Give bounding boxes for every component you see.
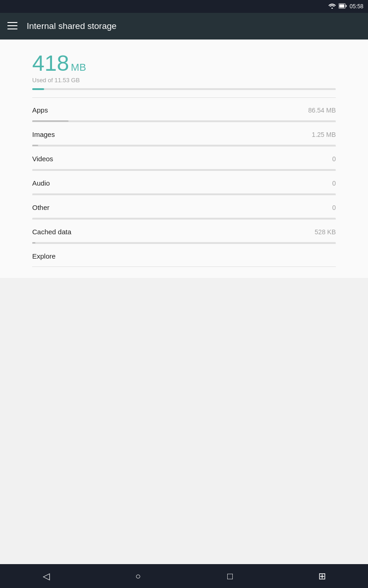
storage-item-row: Cached data528 KB <box>32 228 336 242</box>
svg-rect-4 <box>7 22 17 23</box>
storage-item-value: 0 <box>332 204 336 211</box>
battery-icon <box>339 3 347 10</box>
home-button[interactable]: ○ <box>124 567 152 585</box>
back-button[interactable]: ◁ <box>32 567 60 585</box>
recents-button[interactable]: □ <box>216 567 244 585</box>
storage-item[interactable]: Explore <box>32 244 336 266</box>
storage-number: 418 <box>32 51 69 76</box>
storage-item[interactable]: Cached data528 KB <box>32 220 336 243</box>
svg-point-0 <box>331 7 333 9</box>
storage-item-value: 0 <box>332 180 336 187</box>
storage-item-row: Images1.25 MB <box>32 130 336 145</box>
svg-rect-6 <box>7 28 17 29</box>
storage-item-row: Audio0 <box>32 179 336 193</box>
storage-item-label: Images <box>32 130 55 138</box>
storage-item[interactable]: Videos0 <box>32 147 336 170</box>
nav-bar: ◁ ○ □ ⊞ <box>0 564 368 588</box>
storage-item-label: Cached data <box>32 228 71 236</box>
storage-item[interactable]: Images1.25 MB <box>32 122 336 146</box>
storage-header: 418 MB Used of 11.53 GB <box>32 51 336 90</box>
storage-progress-bar <box>32 88 336 90</box>
svg-rect-5 <box>7 25 17 26</box>
storage-item-row: Videos0 <box>32 155 336 169</box>
hamburger-icon[interactable] <box>7 21 17 32</box>
storage-item-value: 528 KB <box>315 228 336 236</box>
storage-item-label: Audio <box>32 179 50 187</box>
storage-item-value: 0 <box>332 155 336 163</box>
storage-amount: 418 MB <box>32 51 336 76</box>
storage-item-value: 86.54 MB <box>308 107 336 114</box>
storage-item-label: Other <box>32 204 50 211</box>
storage-item-row: Explore <box>32 252 336 266</box>
storage-item-value: 1.25 MB <box>312 131 336 138</box>
storage-unit: MB <box>71 62 86 74</box>
storage-item-label: Explore <box>32 252 56 260</box>
storage-item-row: Other0 <box>32 204 336 218</box>
status-bar-icons: 05:58 <box>328 3 363 10</box>
status-bar: 05:58 <box>0 0 368 13</box>
storage-item[interactable]: Apps86.54 MB <box>32 98 336 122</box>
storage-items-list: Apps86.54 MBImages1.25 MBVideos0Audio0Ot… <box>32 98 336 267</box>
wifi-icon <box>328 3 336 10</box>
storage-item-label: Apps <box>32 106 48 114</box>
storage-item-row: Apps86.54 MB <box>32 106 336 120</box>
storage-item[interactable]: Audio0 <box>32 171 336 195</box>
item-divider <box>32 266 336 267</box>
storage-item-label: Videos <box>32 155 53 163</box>
storage-progress-fill <box>32 88 44 90</box>
main-content: 418 MB Used of 11.53 GB Apps86.54 MBImag… <box>0 40 368 278</box>
svg-rect-2 <box>345 5 346 7</box>
app-bar-title: Internal shared storage <box>27 21 116 31</box>
status-time: 05:58 <box>350 3 363 10</box>
svg-rect-3 <box>339 4 344 7</box>
screenshot-button[interactable]: ⊞ <box>308 567 336 585</box>
storage-subtitle: Used of 11.53 GB <box>32 77 336 84</box>
app-bar: Internal shared storage <box>0 13 368 40</box>
storage-item[interactable]: Other0 <box>32 195 336 219</box>
